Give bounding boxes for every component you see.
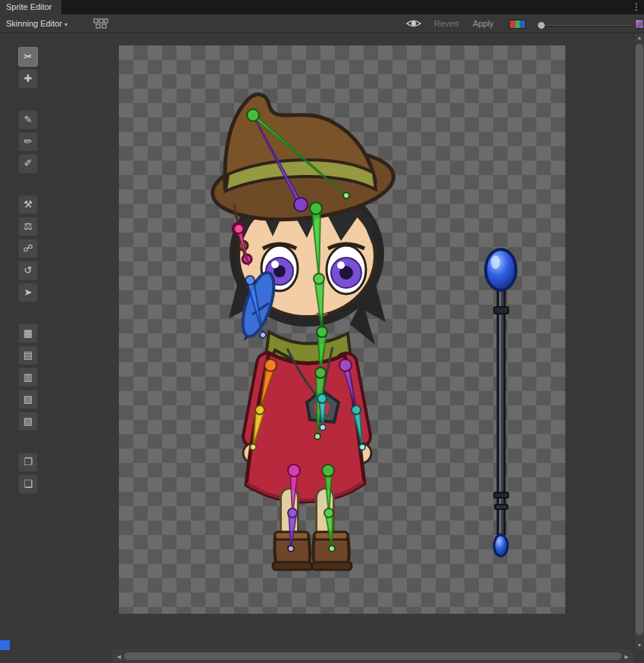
clipboard-tool-group: ❐ ❏ bbox=[18, 452, 38, 494]
geometry-tool-group: ▦ ▤ ▥ ▧ ▨ bbox=[18, 324, 38, 431]
character-sprite-svg[interactable] bbox=[119, 45, 565, 614]
color-swatch[interactable] bbox=[509, 20, 526, 29]
sprite-canvas[interactable] bbox=[44, 33, 633, 649]
opacity-slider-knob[interactable] bbox=[537, 21, 546, 30]
toolbar: Skinning Editor▾ Revert Apply bbox=[0, 14, 644, 33]
preview-pose-button[interactable]: ✂ bbox=[18, 47, 38, 67]
transparency-checkerboard bbox=[119, 45, 565, 614]
auto-geometry-button[interactable]: ▦ bbox=[18, 324, 38, 343]
bone-influence-button[interactable]: ↺ bbox=[18, 261, 38, 280]
boots bbox=[273, 532, 352, 570]
vertical-scrollbar-thumb[interactable] bbox=[636, 44, 643, 635]
sprite-influence-button[interactable]: ➤ bbox=[18, 283, 38, 302]
bone-color-swatch[interactable] bbox=[635, 19, 644, 29]
scroll-down-icon[interactable]: ▼ bbox=[634, 643, 644, 648]
tab-sprite-editor[interactable]: Sprite Editor bbox=[0, 0, 61, 14]
scroll-right-icon[interactable]: ▶ bbox=[621, 654, 632, 660]
split-edge-button[interactable]: ▧ bbox=[18, 389, 38, 409]
apply-button[interactable]: Apply bbox=[473, 14, 494, 33]
staff-sprite bbox=[486, 249, 516, 556]
copy-button[interactable]: ❐ bbox=[18, 452, 38, 472]
create-bone-button[interactable]: ✏ bbox=[18, 132, 38, 152]
bone-tool-group: ✎ ✏ ✐ bbox=[18, 110, 38, 174]
edit-joints-button[interactable]: ✎ bbox=[18, 110, 38, 130]
opacity-slider-track[interactable] bbox=[535, 25, 632, 27]
dock-indicator bbox=[0, 640, 10, 650]
mode-dropdown-label: Skinning Editor bbox=[6, 19, 62, 28]
character-sprite bbox=[209, 95, 397, 570]
pose-tool-group: ✂ ✚ bbox=[18, 47, 38, 89]
geometry-selection-button[interactable]: ▨ bbox=[18, 411, 38, 431]
create-edge-button[interactable]: ▥ bbox=[18, 367, 38, 387]
horizontal-scrollbar-thumb[interactable] bbox=[124, 652, 621, 660]
restore-bind-pose-button[interactable]: ✚ bbox=[18, 69, 38, 89]
weight-tool-group: ⚒ ⚖ ☍ ↺ ➤ bbox=[18, 195, 38, 302]
tab-bar: Sprite Editor ⋮ bbox=[0, 0, 644, 14]
weight-brush-button[interactable]: ☍ bbox=[18, 239, 38, 258]
visibility-eye-icon[interactable] bbox=[405, 17, 422, 30]
auto-weights-button[interactable]: ⚒ bbox=[18, 195, 38, 214]
sprite-frames-icon bbox=[93, 17, 108, 30]
chevron-down-icon: ▾ bbox=[64, 21, 67, 28]
vertical-scrollbar[interactable]: ▲ ▼ bbox=[633, 33, 644, 649]
right-eye bbox=[327, 244, 366, 294]
kebab-menu-icon[interactable]: ⋮ bbox=[632, 1, 641, 13]
scroll-up-icon[interactable]: ▲ bbox=[634, 35, 644, 40]
create-vertex-button[interactable]: ▤ bbox=[18, 346, 38, 365]
weight-slider-button[interactable]: ⚖ bbox=[18, 217, 38, 236]
skinning-tool-strip: ✂ ✚ ✎ ✏ ✐ ⚒ ⚖ ☍ ↺ ➤ ▦ ▤ ▥ ▧ ▨ ❐ ❏ bbox=[0, 33, 44, 649]
revert-button[interactable]: Revert bbox=[434, 14, 458, 33]
mode-dropdown[interactable]: Skinning Editor▾ bbox=[3, 14, 70, 34]
sprite-sheet-icon[interactable] bbox=[92, 17, 109, 30]
horizontal-scrollbar[interactable]: ◀ ▶ bbox=[112, 649, 633, 663]
sprite-editor-window: Sprite Editor ⋮ Skinning Editor▾ Revert … bbox=[0, 0, 644, 663]
scroll-left-icon[interactable]: ◀ bbox=[114, 654, 124, 660]
split-bone-button[interactable]: ✐ bbox=[18, 154, 38, 174]
eye-icon bbox=[405, 17, 422, 30]
paste-button[interactable]: ❏ bbox=[18, 474, 38, 494]
